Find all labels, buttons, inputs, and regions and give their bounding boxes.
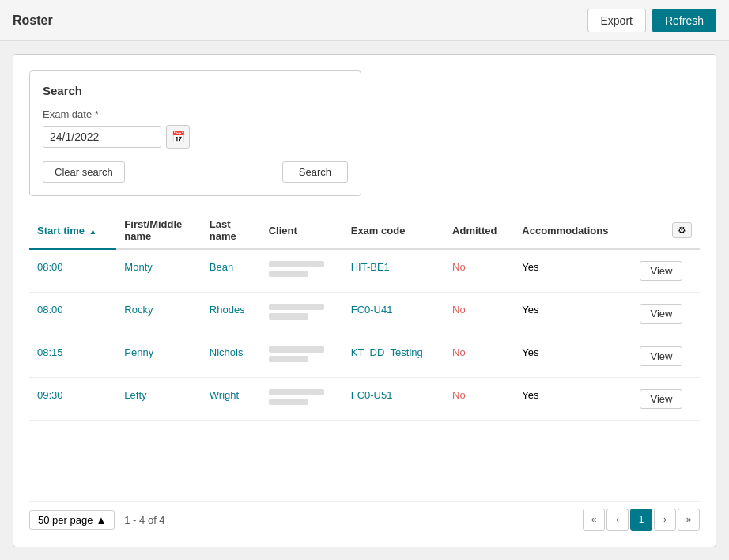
client-blurred-line2 [269,271,308,277]
date-input-row: 📅 [43,125,348,149]
client-blurred-line1 [269,346,324,353]
table-wrapper: Start time ▲ First/Middlename Lastname C… [29,212,700,492]
filter-icon-button[interactable]: ⚙ [672,222,692,238]
header-actions: Export Refresh [587,9,717,32]
cell-last-name: Bean [202,249,261,293]
col-header-first-middle: First/Middlename [116,212,201,249]
cell-accommodations: Yes [514,378,632,421]
first-page-button[interactable]: « [583,509,605,531]
cell-last-name: Rhodes [202,293,261,335]
cell-accommodations: Yes [514,335,632,378]
calendar-icon-button[interactable]: 📅 [166,125,190,149]
cell-admitted: No [444,378,514,421]
pagination: « ‹ 1 › » [583,509,700,531]
export-button[interactable]: Export [587,9,646,32]
sort-arrow-icon: ▲ [89,227,97,236]
cell-start-time: 08:00 [29,249,116,293]
prev-page-button[interactable]: ‹ [606,509,629,531]
calendar-icon: 📅 [172,131,185,143]
table-row: 08:00 Rocky Rhodes FC0-U41 No Yes View [29,293,700,335]
table-row: 08:15 Penny Nichols KT_DD_Testing No Yes… [29,335,700,378]
per-page-button[interactable]: 50 per page ▲ [29,510,115,530]
refresh-button[interactable]: Refresh [652,9,716,32]
per-page-label: 50 per page [38,514,93,526]
cell-client [261,378,343,421]
search-panel-title: Search [43,84,348,97]
cell-view: View [632,378,700,421]
table-row: 09:30 Lefty Wright FC0-U51 No Yes View [29,378,700,421]
cell-first-name: Monty [116,249,201,293]
page-info: 1 - 4 of 4 [124,514,164,526]
cell-client [261,335,343,378]
cell-first-name: Lefty [116,378,201,421]
table-row: 08:00 Monty Bean HIT-BE1 No Yes View [29,249,700,293]
current-page-button[interactable]: 1 [630,509,652,531]
cell-accommodations: Yes [514,249,632,293]
cell-exam-code: FC0-U51 [343,378,444,421]
footer-left: 50 per page ▲ 1 - 4 of 4 [29,510,165,530]
search-actions: Clear search Search [43,161,348,183]
cell-client [261,293,343,335]
exam-date-input[interactable] [43,126,161,148]
cell-start-time: 08:15 [29,335,116,378]
page-title: Roster [13,13,53,28]
view-button[interactable]: View [640,389,682,409]
next-page-button[interactable]: › [654,509,676,531]
header-bar: Roster Export Refresh [0,0,729,41]
last-page-button[interactable]: » [678,509,700,531]
col-header-last-name: Lastname [202,212,261,249]
view-button[interactable]: View [640,261,682,281]
cell-client [261,249,343,293]
per-page-arrow-icon: ▲ [96,514,106,526]
client-blurred-line1 [269,304,324,310]
client-blurred-line2 [269,356,308,362]
cell-start-time: 09:30 [29,378,116,421]
clear-search-button[interactable]: Clear search [43,161,125,183]
search-button[interactable]: Search [282,161,348,183]
cell-last-name: Nichols [202,335,261,378]
cell-last-name: Wright [202,378,261,421]
cell-exam-code: FC0-U41 [343,293,444,335]
roster-table: Start time ▲ First/Middlename Lastname C… [29,212,700,421]
cell-accommodations: Yes [514,293,632,335]
content-card: Search Exam date * 📅 Clear search Search… [13,54,716,547]
cell-admitted: No [444,293,514,335]
cell-first-name: Rocky [116,293,201,335]
client-blurred-line1 [269,389,324,395]
cell-view: View [632,249,700,293]
cell-exam-code: HIT-BE1 [343,249,444,293]
table-footer: 50 per page ▲ 1 - 4 of 4 « ‹ 1 › » [29,501,700,531]
cell-exam-code: KT_DD_Testing [343,335,444,378]
cell-first-name: Penny [116,335,201,378]
col-header-start-time[interactable]: Start time ▲ [29,212,116,249]
cell-view: View [632,335,700,378]
col-header-admitted: Admitted [444,212,514,249]
cell-admitted: No [444,335,514,378]
exam-date-label: Exam date * [43,108,348,120]
cell-view: View [632,293,700,335]
col-header-exam-code: Exam code [343,212,444,249]
view-button[interactable]: View [640,304,682,324]
main-content: Search Exam date * 📅 Clear search Search… [0,41,729,560]
view-button[interactable]: View [640,346,682,366]
client-blurred-line2 [269,313,308,320]
client-blurred-line1 [269,261,324,267]
client-blurred-line2 [269,399,308,405]
col-header-filter: ⚙ [632,212,700,249]
col-header-accommodations: Accommodations [514,212,632,249]
cell-admitted: No [444,249,514,293]
cell-start-time: 08:00 [29,293,116,335]
col-header-client: Client [261,212,343,249]
search-panel: Search Exam date * 📅 Clear search Search [29,70,361,196]
